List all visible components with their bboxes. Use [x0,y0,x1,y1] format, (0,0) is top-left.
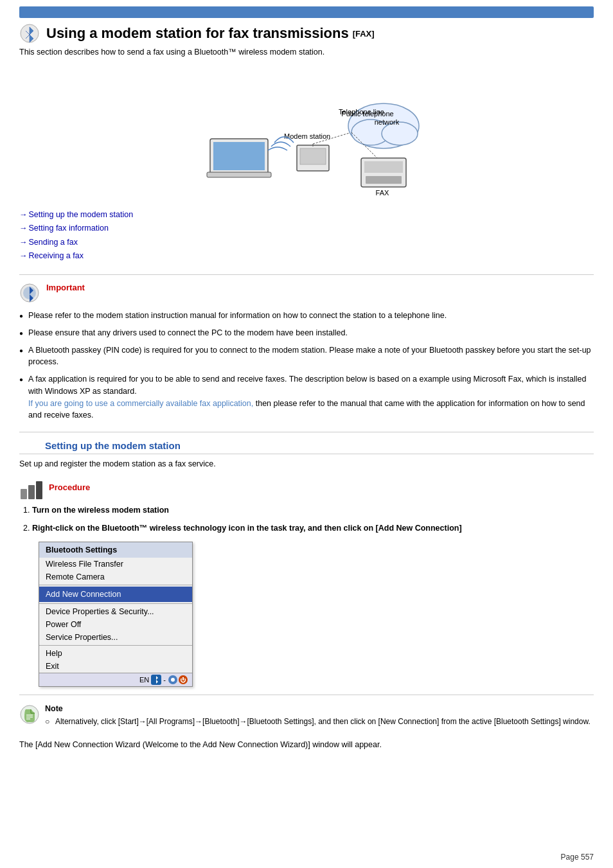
svg-rect-12 [364,161,403,173]
steps-list: Turn on the wireless modem station Right… [32,506,594,533]
menu-item-camera[interactable]: Remote Camera [39,571,192,583]
svg-rect-5 [300,148,326,164]
menu-separator-2 [39,603,192,604]
divider-2 [19,432,594,432]
menu-item-power-off[interactable]: Power Off [39,618,192,631]
fax-label: FAX [376,189,389,197]
page-container: Using a modem station for fax transmissi… [0,0,613,868]
svg-rect-3 [213,142,265,170]
diagram-area: Telephone line Modem station Public tele… [19,68,594,197]
taskbar-power-icon [178,675,188,685]
svg-point-22 [171,678,175,682]
step-1-text: Turn on the wireless modem station [32,506,169,515]
bluetooth-title-icon [19,23,40,44]
svg-rect-13 [366,176,402,184]
page-number: Page 557 [561,853,594,862]
menu-separator-1 [39,585,192,585]
divider-1 [19,274,594,275]
note-bullet: Alternatively, click [Start]→[All Progra… [45,717,591,726]
network-label: network [375,118,400,126]
procedure-label: Procedure [49,483,90,492]
taskbar-settings-icon [168,675,178,685]
subtitle: This section describes how to send a fax… [19,48,594,57]
page-title-row: Using a modem station for fax transmissi… [19,23,594,44]
menu-item-exit[interactable]: Exit [39,660,192,673]
menu-item-device-props[interactable]: Device Properties & Security... [39,605,192,618]
bullet-item-2: Please ensure that any drivers used to c… [19,327,594,339]
taskbar-bluetooth-icon [151,675,161,685]
step-1: Turn on the wireless modem station [32,506,594,515]
bullet-item-1: Please refer to the modem station instru… [19,310,594,322]
important-box: Important [19,283,594,303]
procedure-icon [19,477,42,500]
menu-separator-3 [39,645,192,646]
nav-link-sending[interactable]: Sending a fax [19,236,594,249]
important-icon [19,283,40,303]
menu-item-service-props[interactable]: Service Properties... [39,631,192,644]
menu-item-add-connection[interactable]: Add New Connection [39,587,192,602]
procedure-box: Procedure [19,477,594,500]
note-content-area: Note Alternatively, click [Start]→[All P… [45,704,591,727]
fax-badge: [FAX] [353,29,375,39]
top-bar [19,6,594,18]
bullet-item-3: A Bluetooth passkey (PIN code) is requir… [19,344,594,369]
section-heading: Setting up the modem station [19,440,594,454]
context-menu: Bluetooth Settings Wireless File Transfe… [39,542,193,687]
svg-rect-17 [21,489,27,499]
modem-station-label: Modem station [284,132,330,140]
taskbar-en: EN [139,676,149,684]
bullet-item-4: A fax application is required for you to… [19,373,594,421]
menu-item-help[interactable]: Help [39,647,192,660]
important-content: Important [46,283,85,296]
taskbar-row: EN - [39,673,192,686]
svg-rect-18 [28,485,35,499]
note-icon [19,704,40,725]
step-2: Right-click on the Bluetooth™ wireless t… [32,524,594,533]
nav-link-setting-up[interactable]: Setting up the modem station [19,208,594,222]
nav-links: Setting up the modem station Setting fax… [19,208,594,263]
menu-header: Bluetooth Settings [39,542,192,558]
svg-rect-2 [207,172,271,177]
menu-item-wireless[interactable]: Wireless File Transfer [39,558,192,571]
diagram-svg: Telephone line Modem station Public tele… [172,68,441,197]
public-telephone-label: Public telephone [341,110,393,118]
section-desc: Set up and register the modem station as… [19,459,594,468]
nav-link-setting-fax[interactable]: Setting fax information [19,222,594,235]
svg-rect-19 [36,481,42,499]
note-box: Note Alternatively, click [Start]→[All P… [19,704,594,727]
step-2-text: Right-click on the Bluetooth™ wireless t… [32,524,462,533]
nav-link-receiving[interactable]: Receiving a fax [19,249,594,263]
divider-3 [19,695,594,695]
note-label: Note [45,704,591,713]
wizard-text: The [Add New Connection Wizard (Welcome … [19,740,594,749]
note-content: Alternatively, click [Start]→[All Progra… [45,716,591,727]
important-label: Important [46,283,85,292]
fax-app-link[interactable]: If you are going to use a commercially a… [28,399,253,408]
page-title: Using a modem station for fax transmissi… [46,25,349,42]
bullet-list: Please refer to the modem station instru… [19,310,594,421]
